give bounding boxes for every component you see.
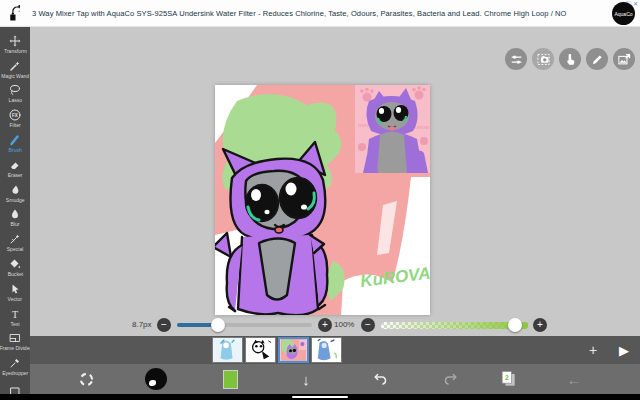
color-swatch-button[interactable]: [216, 364, 244, 394]
frame-thumbnail-3-selected[interactable]: [278, 337, 309, 363]
lasso-icon: [9, 84, 21, 96]
bottom-toolbar: ↓ 2 ←: [30, 364, 640, 394]
rotate-icon: [78, 371, 95, 388]
drawing-canvas[interactable]: meow meow KuROVA: [215, 85, 430, 315]
smudge-icon: [9, 184, 21, 196]
tool-eyedropper[interactable]: Eyedropper: [0, 354, 30, 379]
undo-icon: [372, 371, 389, 388]
frame-thumbnail-2[interactable]: [245, 337, 276, 363]
shape-rectangle-icon: [9, 386, 21, 394]
frame-4-preview: [312, 338, 341, 362]
bucket-icon: [9, 258, 21, 270]
tool-magic-wand[interactable]: Magic Wand: [0, 57, 30, 82]
touch-gesture-button[interactable]: [559, 48, 581, 70]
redo-button[interactable]: [436, 364, 464, 394]
capture-snapshot-button[interactable]: [532, 48, 554, 70]
opacity-value: 100%: [334, 320, 354, 329]
canvas-toolbar: [505, 48, 635, 70]
down-arrow-icon: ↓: [302, 371, 310, 388]
svg-text:FX: FX: [12, 113, 18, 118]
settings-toggles-button[interactable]: [505, 48, 527, 70]
tool-text[interactable]: T Text: [0, 305, 30, 330]
opacity-decrease-button[interactable]: −: [361, 318, 375, 332]
tool-shape-partial[interactable]: [0, 379, 30, 394]
brush-tip-preview: [145, 368, 167, 390]
tool-lasso[interactable]: Lasso: [0, 82, 30, 107]
magma-drawing-app: 3 Way Mixer Tap with AquaCo SYS-925SA Un…: [0, 0, 640, 400]
pages-count-badge: 2: [505, 374, 509, 381]
canvas-artwork: meow meow KuROVA: [215, 85, 430, 315]
frame-thumbnail-4[interactable]: [311, 337, 342, 363]
brush-size-slider-thumb[interactable]: [211, 318, 225, 332]
frame-thumbnail-1[interactable]: [212, 337, 243, 363]
tool-transform[interactable]: Transform: [0, 32, 30, 57]
inset-reference-image: meow meow: [355, 85, 430, 173]
advertiser-logo[interactable]: AquaCo: [612, 2, 635, 25]
brush-size-value: 8.7px: [132, 320, 152, 329]
undo-button[interactable]: [366, 364, 394, 394]
camera-capture-icon: [536, 52, 551, 67]
tool-brush-selected[interactable]: Brush: [0, 131, 30, 156]
brush-icon: [9, 134, 21, 146]
vector-cursor-icon: [9, 283, 21, 295]
tool-smudge[interactable]: Smudge: [0, 181, 30, 206]
brush-size-slider[interactable]: [177, 323, 312, 327]
frame-1-preview: [213, 338, 242, 362]
image-export-icon: [617, 52, 632, 67]
tool-vector[interactable]: Vector: [0, 280, 30, 305]
frame-divider-icon: [9, 332, 21, 344]
ad-banner[interactable]: 3 Way Mixer Tap with AquaCo SYS-925SA Un…: [0, 0, 640, 27]
opacity-slider-thumb[interactable]: [508, 318, 522, 332]
eyedropper-icon: [9, 357, 21, 369]
brush-size-increase-button[interactable]: +: [318, 318, 332, 332]
back-button[interactable]: ←: [560, 364, 588, 394]
redo-icon: [442, 371, 459, 388]
frame-strip: + ▶ ⋮: [30, 336, 640, 364]
android-gesture-bar: [0, 394, 640, 400]
ad-text[interactable]: 3 Way Mixer Tap with AquaCo SYS-925SA Un…: [32, 9, 567, 18]
filter-fx-icon: FX: [9, 109, 21, 121]
rotate-canvas-button[interactable]: [72, 364, 100, 394]
opacity-increase-button[interactable]: +: [533, 318, 547, 332]
gesture-handle[interactable]: [292, 396, 348, 398]
tool-frame-divider[interactable]: Frame Divider: [0, 330, 30, 355]
tool-special[interactable]: Special: [0, 230, 30, 255]
back-arrow-icon: ←: [567, 371, 582, 388]
magic-wand-icon: [9, 60, 21, 72]
pages-icon: 2: [498, 369, 518, 389]
hand-gesture-icon: [563, 52, 578, 67]
toggles-icon: [509, 52, 524, 67]
svg-text:T: T: [12, 308, 18, 319]
current-color-swatch: [223, 370, 238, 389]
tool-bucket[interactable]: Bucket: [0, 255, 30, 280]
tool-blur[interactable]: Blur: [0, 206, 30, 231]
brush-settings-row: 8.7px − + 100% − +: [0, 315, 640, 336]
pencil-edit-button[interactable]: [586, 48, 608, 70]
special-sparkle-icon: [9, 233, 21, 245]
play-animation-button[interactable]: ▶: [612, 336, 636, 364]
add-frame-button[interactable]: +: [582, 336, 604, 364]
frame-2-preview: [246, 338, 275, 362]
text-tool-icon: T: [9, 308, 21, 320]
export-image-button[interactable]: [613, 48, 635, 70]
brush-size-decrease-button[interactable]: −: [157, 318, 171, 332]
pages-button[interactable]: 2: [494, 364, 522, 394]
transform-icon: [9, 35, 21, 47]
tool-eraser[interactable]: Eraser: [0, 156, 30, 181]
tool-filter[interactable]: FX Filter: [0, 106, 30, 131]
brush-preview-button[interactable]: [142, 364, 170, 394]
pencil-icon: [590, 52, 605, 67]
faucet-icon: [8, 3, 26, 23]
collapse-panel-button[interactable]: ↓: [292, 364, 320, 394]
blur-drop-icon: [9, 208, 21, 220]
frame-3-preview: [280, 339, 307, 361]
eraser-icon: [9, 159, 21, 171]
opacity-slider[interactable]: [381, 322, 528, 329]
tool-sidebar: Transform Magic Wand Lasso FX Filter: [0, 27, 30, 394]
